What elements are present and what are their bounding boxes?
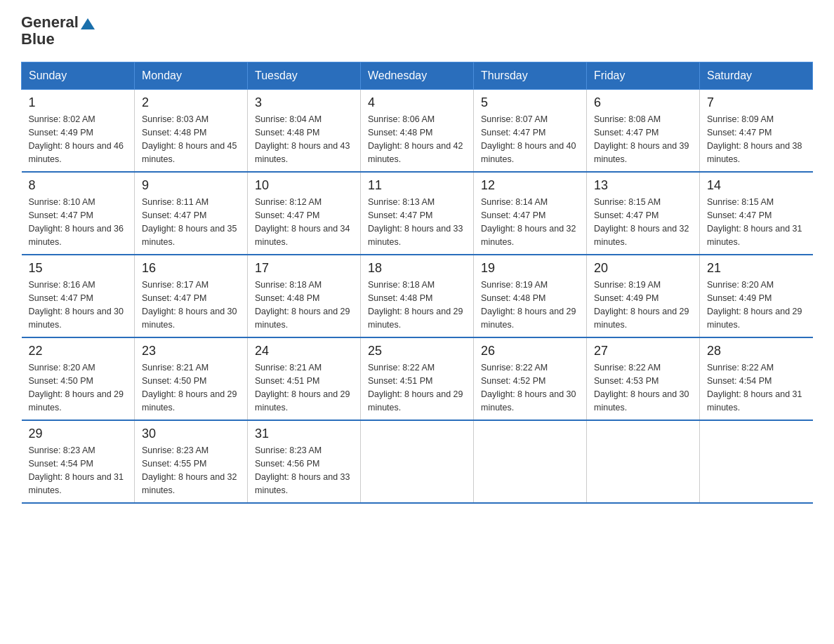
day-number: 2 xyxy=(142,95,240,110)
day-cell-12: 12Sunrise: 8:14 AMSunset: 4:47 PMDayligh… xyxy=(474,172,587,255)
week-row-1: 1Sunrise: 8:02 AMSunset: 4:49 PMDaylight… xyxy=(22,90,813,173)
empty-cell xyxy=(361,420,474,503)
day-info: Sunrise: 8:15 AMSunset: 4:47 PMDaylight:… xyxy=(707,196,806,248)
day-cell-19: 19Sunrise: 8:19 AMSunset: 4:48 PMDayligh… xyxy=(474,255,587,337)
day-cell-2: 2Sunrise: 8:03 AMSunset: 4:48 PMDaylight… xyxy=(135,90,248,173)
day-info: Sunrise: 8:22 AMSunset: 4:51 PMDaylight:… xyxy=(368,361,466,414)
day-cell-26: 26Sunrise: 8:22 AMSunset: 4:52 PMDayligh… xyxy=(474,337,587,420)
day-info: Sunrise: 8:20 AMSunset: 4:50 PMDaylight:… xyxy=(29,361,128,414)
day-cell-10: 10Sunrise: 8:12 AMSunset: 4:47 PMDayligh… xyxy=(248,172,361,255)
day-number: 3 xyxy=(255,95,353,110)
day-number: 4 xyxy=(368,95,466,110)
day-cell-23: 23Sunrise: 8:21 AMSunset: 4:50 PMDayligh… xyxy=(135,337,248,420)
day-info: Sunrise: 8:02 AMSunset: 4:49 PMDaylight:… xyxy=(29,113,128,166)
day-number: 9 xyxy=(142,178,240,193)
day-info: Sunrise: 8:19 AMSunset: 4:49 PMDaylight:… xyxy=(594,279,692,331)
day-cell-25: 25Sunrise: 8:22 AMSunset: 4:51 PMDayligh… xyxy=(361,337,474,420)
day-cell-8: 8Sunrise: 8:10 AMSunset: 4:47 PMDaylight… xyxy=(22,172,135,255)
day-number: 31 xyxy=(255,427,353,441)
header-sunday: Sunday xyxy=(22,62,135,90)
day-number: 24 xyxy=(255,344,353,358)
day-number: 23 xyxy=(142,344,240,358)
day-info: Sunrise: 8:21 AMSunset: 4:51 PMDaylight:… xyxy=(255,361,353,414)
day-info: Sunrise: 8:18 AMSunset: 4:48 PMDaylight:… xyxy=(368,279,466,331)
day-cell-13: 13Sunrise: 8:15 AMSunset: 4:47 PMDayligh… xyxy=(587,172,700,255)
day-info: Sunrise: 8:21 AMSunset: 4:50 PMDaylight:… xyxy=(142,361,240,414)
logo-text-blue: Blue xyxy=(21,31,55,48)
header-wednesday: Wednesday xyxy=(361,62,474,90)
day-number: 7 xyxy=(707,95,806,110)
day-info: Sunrise: 8:04 AMSunset: 4:48 PMDaylight:… xyxy=(255,113,353,166)
day-info: Sunrise: 8:20 AMSunset: 4:49 PMDaylight:… xyxy=(707,279,806,331)
week-row-2: 8Sunrise: 8:10 AMSunset: 4:47 PMDaylight… xyxy=(22,172,813,255)
day-number: 11 xyxy=(368,178,466,193)
day-cell-11: 11Sunrise: 8:13 AMSunset: 4:47 PMDayligh… xyxy=(361,172,474,255)
day-cell-3: 3Sunrise: 8:04 AMSunset: 4:48 PMDaylight… xyxy=(248,90,361,173)
day-number: 22 xyxy=(29,344,128,358)
day-cell-14: 14Sunrise: 8:15 AMSunset: 4:47 PMDayligh… xyxy=(700,172,813,255)
day-number: 5 xyxy=(481,95,579,110)
day-cell-28: 28Sunrise: 8:22 AMSunset: 4:54 PMDayligh… xyxy=(700,337,813,420)
day-number: 25 xyxy=(368,344,466,358)
day-info: Sunrise: 8:14 AMSunset: 4:47 PMDaylight:… xyxy=(481,196,579,248)
day-info: Sunrise: 8:22 AMSunset: 4:52 PMDaylight:… xyxy=(481,361,579,414)
day-cell-27: 27Sunrise: 8:22 AMSunset: 4:53 PMDayligh… xyxy=(587,337,700,420)
day-cell-31: 31Sunrise: 8:23 AMSunset: 4:56 PMDayligh… xyxy=(248,420,361,503)
day-number: 20 xyxy=(594,261,692,276)
logo: General Blue xyxy=(21,14,95,48)
header-saturday: Saturday xyxy=(700,62,813,90)
day-number: 1 xyxy=(29,95,128,110)
day-info: Sunrise: 8:03 AMSunset: 4:48 PMDaylight:… xyxy=(142,113,240,166)
day-info: Sunrise: 8:11 AMSunset: 4:47 PMDaylight:… xyxy=(142,196,240,248)
day-info: Sunrise: 8:23 AMSunset: 4:56 PMDaylight:… xyxy=(255,444,353,497)
day-cell-4: 4Sunrise: 8:06 AMSunset: 4:48 PMDaylight… xyxy=(361,90,474,173)
day-cell-9: 9Sunrise: 8:11 AMSunset: 4:47 PMDaylight… xyxy=(135,172,248,255)
day-info: Sunrise: 8:10 AMSunset: 4:47 PMDaylight:… xyxy=(29,196,128,248)
day-cell-7: 7Sunrise: 8:09 AMSunset: 4:47 PMDaylight… xyxy=(700,90,813,173)
day-number: 30 xyxy=(142,427,240,441)
day-info: Sunrise: 8:22 AMSunset: 4:53 PMDaylight:… xyxy=(594,361,692,414)
week-row-4: 22Sunrise: 8:20 AMSunset: 4:50 PMDayligh… xyxy=(22,337,813,420)
day-number: 16 xyxy=(142,261,240,276)
day-info: Sunrise: 8:18 AMSunset: 4:48 PMDaylight:… xyxy=(255,279,353,331)
header-friday: Friday xyxy=(587,62,700,90)
day-info: Sunrise: 8:17 AMSunset: 4:47 PMDaylight:… xyxy=(142,279,240,331)
empty-cell xyxy=(474,420,587,503)
day-info: Sunrise: 8:19 AMSunset: 4:48 PMDaylight:… xyxy=(481,279,579,331)
day-cell-24: 24Sunrise: 8:21 AMSunset: 4:51 PMDayligh… xyxy=(248,337,361,420)
day-info: Sunrise: 8:09 AMSunset: 4:47 PMDaylight:… xyxy=(707,113,806,166)
day-number: 28 xyxy=(707,344,806,358)
day-cell-16: 16Sunrise: 8:17 AMSunset: 4:47 PMDayligh… xyxy=(135,255,248,337)
day-number: 14 xyxy=(707,178,806,193)
day-cell-1: 1Sunrise: 8:02 AMSunset: 4:49 PMDaylight… xyxy=(22,90,135,173)
header-thursday: Thursday xyxy=(474,62,587,90)
calendar-table: SundayMondayTuesdayWednesdayThursdayFrid… xyxy=(21,62,813,504)
day-cell-18: 18Sunrise: 8:18 AMSunset: 4:48 PMDayligh… xyxy=(361,255,474,337)
day-cell-22: 22Sunrise: 8:20 AMSunset: 4:50 PMDayligh… xyxy=(22,337,135,420)
day-info: Sunrise: 8:23 AMSunset: 4:54 PMDaylight:… xyxy=(29,444,128,497)
day-cell-15: 15Sunrise: 8:16 AMSunset: 4:47 PMDayligh… xyxy=(22,255,135,337)
day-info: Sunrise: 8:13 AMSunset: 4:47 PMDaylight:… xyxy=(368,196,466,248)
day-info: Sunrise: 8:08 AMSunset: 4:47 PMDaylight:… xyxy=(594,113,692,166)
day-number: 21 xyxy=(707,261,806,276)
calendar-header-row: SundayMondayTuesdayWednesdayThursdayFrid… xyxy=(22,62,813,90)
day-number: 18 xyxy=(368,261,466,276)
day-cell-6: 6Sunrise: 8:08 AMSunset: 4:47 PMDaylight… xyxy=(587,90,700,173)
day-info: Sunrise: 8:06 AMSunset: 4:48 PMDaylight:… xyxy=(368,113,466,166)
week-row-5: 29Sunrise: 8:23 AMSunset: 4:54 PMDayligh… xyxy=(22,420,813,503)
day-cell-20: 20Sunrise: 8:19 AMSunset: 4:49 PMDayligh… xyxy=(587,255,700,337)
page-header: General Blue xyxy=(21,14,813,48)
day-number: 29 xyxy=(29,427,128,441)
empty-cell xyxy=(587,420,700,503)
day-info: Sunrise: 8:23 AMSunset: 4:55 PMDaylight:… xyxy=(142,444,240,497)
day-cell-29: 29Sunrise: 8:23 AMSunset: 4:54 PMDayligh… xyxy=(22,420,135,503)
logo-text-general: General xyxy=(21,14,79,31)
day-number: 12 xyxy=(481,178,579,193)
day-info: Sunrise: 8:22 AMSunset: 4:54 PMDaylight:… xyxy=(707,361,806,414)
day-cell-30: 30Sunrise: 8:23 AMSunset: 4:55 PMDayligh… xyxy=(135,420,248,503)
day-cell-17: 17Sunrise: 8:18 AMSunset: 4:48 PMDayligh… xyxy=(248,255,361,337)
day-info: Sunrise: 8:16 AMSunset: 4:47 PMDaylight:… xyxy=(29,279,128,331)
day-info: Sunrise: 8:07 AMSunset: 4:47 PMDaylight:… xyxy=(481,113,579,166)
day-number: 13 xyxy=(594,178,692,193)
day-number: 19 xyxy=(481,261,579,276)
